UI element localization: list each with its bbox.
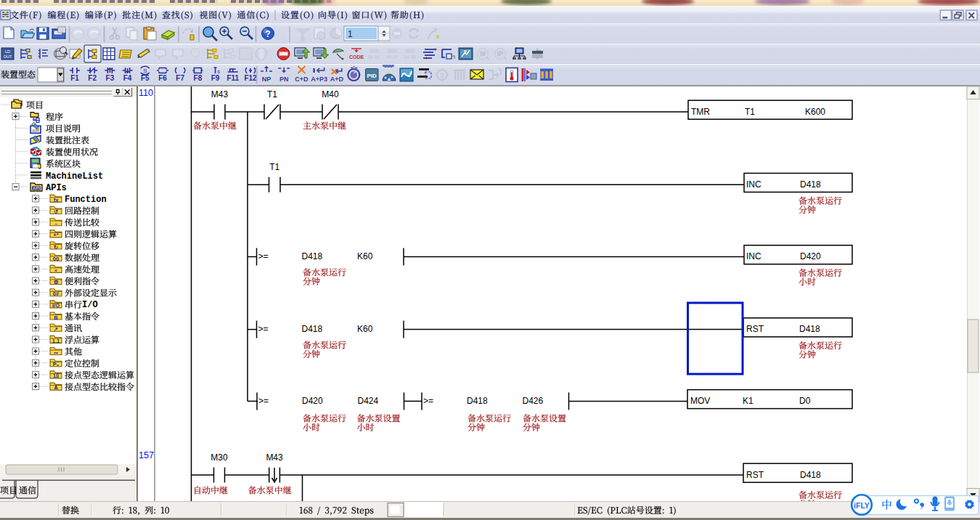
svg-text:M43: M43	[211, 89, 229, 99]
svg-text:F2: F2	[88, 74, 97, 82]
svg-text:PID: PID	[367, 73, 377, 79]
svg-text:↗: ↗	[54, 326, 58, 333]
svg-text:≙: ≙	[54, 385, 58, 391]
svg-text:D420: D420	[800, 251, 821, 261]
svg-text:157: 157	[139, 450, 154, 460]
svg-text:1: 1	[348, 29, 353, 39]
svg-text:IP: IP	[497, 50, 504, 57]
svg-text:↻: ↻	[54, 244, 58, 251]
svg-text:?: ?	[265, 29, 270, 39]
svg-text:D0: D0	[799, 396, 811, 406]
svg-text:P₀: P₀	[53, 361, 59, 367]
svg-text:M43: M43	[266, 452, 283, 463]
svg-text:>=: >=	[258, 396, 269, 406]
svg-text:D418: D418	[799, 324, 820, 334]
svg-text:D426: D426	[523, 396, 544, 406]
svg-text:T1: T1	[745, 107, 755, 117]
svg-text:00: 00	[53, 256, 59, 262]
svg-text:iFLY: iFLY	[854, 501, 870, 510]
svg-text:K60: K60	[357, 251, 373, 261]
svg-text:RST: RST	[746, 324, 764, 334]
svg-text:F8: F8	[194, 74, 203, 82]
svg-text:MOV: MOV	[690, 396, 710, 406]
svg-text:APIs: APIs	[46, 183, 67, 193]
svg-text:C+D: C+D	[295, 76, 309, 83]
svg-text:S: S	[143, 68, 147, 74]
svg-text:Function: Function	[65, 195, 107, 205]
svg-text:T1: T1	[269, 162, 279, 172]
svg-text:M40: M40	[322, 89, 339, 99]
svg-text:OUT: OUT	[4, 54, 12, 59]
svg-text:K60: K60	[357, 324, 373, 334]
svg-text:I/O: I/O	[52, 302, 60, 309]
svg-text:D424: D424	[358, 396, 379, 406]
svg-text:F9: F9	[211, 74, 220, 82]
svg-text:K1: K1	[743, 396, 754, 406]
svg-text:F1: F1	[70, 74, 79, 82]
svg-text:0#: 0#	[53, 291, 60, 297]
svg-text:10: 10	[53, 373, 59, 379]
svg-text:API: API	[33, 186, 40, 190]
svg-text:PN: PN	[279, 76, 289, 83]
svg-text:T1: T1	[267, 89, 277, 99]
svg-text:D418: D418	[800, 470, 821, 480]
svg-text:D418: D418	[302, 251, 323, 261]
svg-text:F12: F12	[244, 74, 257, 82]
svg-text:F3: F3	[106, 74, 115, 82]
svg-text:↺: ↺	[54, 208, 58, 215]
svg-text:CODE: CODE	[349, 54, 364, 60]
svg-text:MachineList: MachineList	[46, 171, 103, 182]
svg-text:RST: RST	[746, 470, 764, 480]
svg-text:F4: F4	[123, 74, 132, 82]
svg-text:B: B	[54, 314, 58, 321]
svg-text:F7: F7	[176, 74, 184, 82]
svg-text:D418: D418	[800, 179, 821, 190]
svg-text:s: s	[218, 69, 221, 74]
svg-text:≡: ≡	[54, 267, 58, 274]
svg-text:fx: fx	[54, 197, 59, 203]
svg-text:K600: K600	[805, 107, 825, 117]
svg-text:D420: D420	[302, 396, 323, 406]
svg-text:INC: INC	[746, 251, 761, 261]
svg-text:NP: NP	[262, 76, 271, 83]
svg-text:I/O: I/O	[82, 300, 98, 310]
svg-text:D418: D418	[302, 324, 323, 334]
svg-text:>=: >=	[423, 396, 433, 406]
svg-text:M: M	[480, 50, 486, 57]
svg-text:1.1: 1.1	[52, 338, 60, 344]
svg-text:>=: >=	[258, 324, 269, 334]
svg-text:110: 110	[139, 88, 153, 98]
svg-text:A+P3: A+P3	[311, 76, 327, 83]
svg-text:F6: F6	[158, 74, 167, 82]
svg-text:F11: F11	[226, 74, 239, 82]
svg-text:S: S	[440, 72, 444, 79]
svg-text:INC: INC	[746, 179, 761, 190]
svg-text:D418: D418	[467, 396, 488, 406]
svg-text:F5: F5	[141, 74, 150, 82]
svg-text:LD: LD	[5, 49, 10, 54]
svg-text:↔: ↔	[53, 220, 59, 227]
svg-text:TMR: TMR	[691, 107, 710, 117]
svg-text:>=: >=	[258, 251, 269, 261]
svg-text:A+D: A+D	[330, 76, 344, 83]
svg-text:⚙: ⚙	[54, 279, 59, 285]
svg-text:M30: M30	[211, 452, 228, 463]
svg-text:+*: +*	[53, 232, 58, 238]
svg-text:••: ••	[54, 349, 58, 356]
